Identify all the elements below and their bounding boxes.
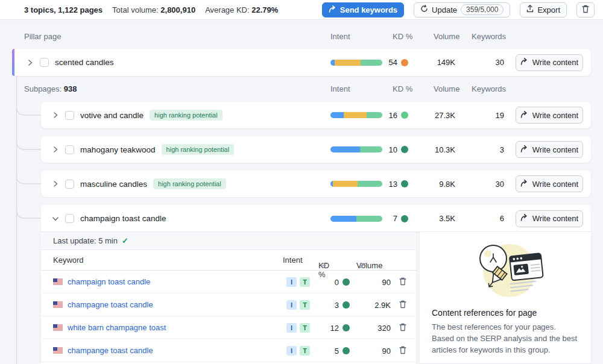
volume-cell: 149K [413,49,455,76]
chevron-right-icon[interactable] [52,180,59,187]
column-header-intent: Intent [330,32,350,41]
keyword-row[interactable]: white barn champagne toast I T 12 320 [41,316,416,339]
write-content-button[interactable]: Write content [516,141,583,158]
keyword-row[interactable]: champagne toast candle I T 3 2.9K [41,293,416,316]
topics-pages-stat: 3 topics, 1,122 pages [24,5,103,14]
subpage-row-champaign-toast-candle[interactable]: champaign toast candle 7 3.5K 6 Write co… [41,205,591,232]
lightbulb-illustration [432,239,579,300]
write-content-button[interactable]: Write content [516,210,583,227]
kd-cell: 16 [372,102,408,128]
average-kd-stat: Average KD: 22.79% [205,5,278,14]
high-ranking-potential-badge: high ranking potential [162,144,235,155]
us-flag-icon [53,277,63,287]
keyword-row[interactable]: champange toast candle I T 5 90 [41,339,416,362]
keyword-link[interactable]: champagne toast candle [68,300,153,309]
subpage-row-masculine-candles[interactable]: masculine candles high ranking potential… [41,171,591,197]
volume-cell: 90 [349,339,391,362]
subpage-row-champaign-toast-candle-expanded: champaign toast candle 7 3.5K 6 Write co… [41,205,591,364]
keywords-cell: 3 [462,136,504,163]
row-checkbox[interactable] [65,111,74,120]
refresh-icon [420,5,428,14]
trash-icon [582,5,589,15]
kd-cell: 54 [372,49,408,76]
update-quota-badge: 359/5,000 [461,4,504,15]
chevron-right-icon[interactable] [52,111,59,119]
keyword-link[interactable]: champange toast candle [68,346,153,355]
high-ranking-potential-badge: high ranking potential [150,110,223,121]
forward-arrow-icon [520,180,528,189]
column-header-keywords: Keywords [472,32,506,41]
selected-row-indicator [12,49,14,76]
keyword-link[interactable]: champaign toast candle [68,277,150,286]
sort-icon[interactable] [359,261,366,270]
trash-icon[interactable] [399,300,406,311]
keywords-cell: 30 [462,171,504,197]
sort-icon[interactable] [321,261,328,270]
write-content-button[interactable]: Write content [516,54,583,71]
keyword-row[interactable]: champaign toast candle I T 0 90 [41,271,416,293]
chevron-right-icon[interactable] [52,146,59,153]
kd-dot [401,146,408,153]
volume-cell: 90 [349,271,391,293]
subpage-row-votive-and-candle[interactable]: votive and candle high ranking potential… [41,102,591,128]
pillar-row-scented-candles[interactable]: scented candles 54 149K 30 Write content [12,49,591,76]
row-checkbox[interactable] [65,145,74,154]
kd-cell: 12 [314,316,350,339]
keyword-link[interactable]: white barn champagne toast [68,323,166,332]
toolbar: 3 topics, 1,122 pages Total volume: 2,80… [0,0,603,19]
update-button[interactable]: Update 359/5,000 [414,2,510,17]
keyword-table-header: Keyword Intent KD % Volume [41,250,416,271]
row-checkbox[interactable] [40,58,49,67]
kd-cell: 10 [372,136,408,163]
volume-cell: 2.9K [349,293,391,316]
write-content-button[interactable]: Write content [516,175,583,192]
kd-dot [401,180,408,187]
kd-cell: 3 [314,293,350,316]
column-header-keyword: Keyword [53,256,84,265]
kd-cell: 7 [372,205,408,232]
keywords-cell: 19 [462,102,504,128]
intent-badge-informational: I [286,300,297,310]
references-description: The best references for your pages. Base… [432,322,579,356]
write-content-button[interactable]: Write content [516,107,583,124]
intent-badge-informational: I [286,346,297,356]
us-flag-icon [53,345,63,356]
forward-arrow-icon [520,214,528,223]
column-header-intent: Intent [330,84,350,93]
volume-cell: 10.3K [413,136,455,163]
volume-cell: 320 [349,316,391,339]
us-flag-icon [53,322,63,333]
intent-badge-transactional: T [300,300,310,310]
export-button[interactable]: Export [520,2,567,17]
us-flag-icon [53,300,63,310]
trash-icon[interactable] [399,323,406,334]
keywords-cell: 30 [462,49,504,76]
chevron-right-icon[interactable] [27,59,34,66]
chevron-down-icon[interactable] [52,215,59,222]
row-checkbox[interactable] [65,214,74,223]
last-update-bar: Last update: 5 min ✓ [41,232,416,250]
kd-dot [401,111,408,119]
kd-dot [401,59,408,66]
total-volume-stat: Total volume: 2,800,910 [112,5,195,14]
subpage-row-mahogany-teakwood[interactable]: mahogany teakwood high ranking potential… [41,136,591,163]
subpages-count-label: Subpages: 938 [24,84,77,93]
intent-badge-transactional: T [300,323,310,333]
send-keywords-button[interactable]: Send keywords [322,2,404,17]
column-header-keywords: Keywords [472,84,506,93]
column-header-kd: KD % [393,84,412,93]
keywords-cell: 6 [462,205,504,232]
intent-badge-informational: I [286,323,297,333]
trash-icon[interactable] [399,346,406,357]
subpage-name: votive and candle [80,111,144,120]
column-header-volume: Volume [434,32,459,41]
forward-arrow-icon [520,145,528,154]
high-ranking-potential-badge: high ranking potential [153,178,226,189]
check-icon: ✓ [122,236,128,245]
trash-icon[interactable] [399,277,406,288]
delete-button[interactable] [576,2,595,17]
kd-cell: 13 [372,171,408,197]
kd-dot [401,215,408,222]
forward-arrow-icon [520,58,528,67]
row-checkbox[interactable] [65,180,74,189]
